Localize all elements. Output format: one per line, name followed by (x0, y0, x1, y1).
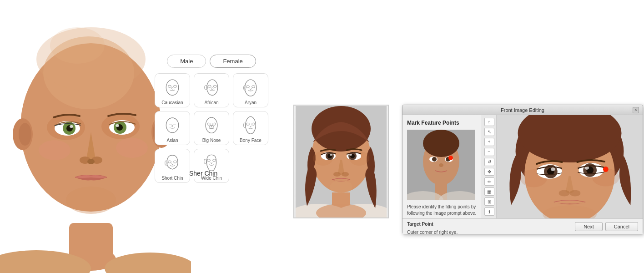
tool-grid[interactable]: ▦ (484, 187, 494, 196)
face-type-african[interactable]: African (194, 73, 229, 107)
mark-feature-title: Mark Feature Points (407, 120, 477, 126)
svg-point-83 (432, 157, 437, 162)
tool-info[interactable]: ℹ (484, 207, 494, 216)
big-nose-face-icon (201, 115, 222, 137)
dialog-title: Front Image Editing (413, 107, 633, 113)
tool-pan[interactable]: ✥ (484, 168, 494, 176)
svg-point-28 (166, 80, 178, 95)
dialog-face-thumbnail (407, 130, 475, 200)
svg-point-38 (247, 86, 250, 88)
caucasian-face-icon (161, 77, 183, 99)
face-selector-panel: Male Female Caucasian Af (155, 55, 268, 183)
dialog-tools-panel: ⌂ ↖ + − ↺ ✥ ✏ ▦ ⊞ ℹ (482, 115, 497, 218)
face-type-big-nose[interactable]: Big Nose (194, 111, 229, 145)
big-nose-label: Big Nose (202, 138, 221, 143)
gender-male-button[interactable]: Male (167, 55, 206, 68)
svg-point-78 (330, 181, 352, 193)
woman-photo-svg (296, 106, 387, 217)
aryan-face-icon (240, 77, 262, 99)
aryan-label: Aryan (245, 100, 257, 105)
svg-point-36 (205, 85, 208, 90)
svg-point-24 (116, 138, 148, 158)
svg-point-75 (349, 154, 352, 156)
svg-point-32 (207, 80, 218, 95)
tool-layers[interactable]: ⊞ (484, 197, 494, 206)
svg-point-37 (245, 80, 257, 96)
svg-point-3 (105, 253, 191, 273)
svg-point-39 (252, 86, 255, 88)
tool-rotate[interactable]: ↺ (484, 158, 494, 166)
asian-face-icon (161, 115, 183, 137)
svg-point-22 (87, 159, 95, 164)
svg-point-30 (174, 85, 177, 87)
next-button[interactable]: Next (575, 222, 603, 231)
svg-point-51 (252, 123, 255, 125)
photo-panel (293, 105, 389, 218)
dialog-close-button[interactable]: × (633, 107, 639, 113)
face-type-wide-chin[interactable]: Wide Chin (194, 149, 229, 183)
short-chin-face-icon (161, 153, 183, 175)
svg-point-86 (448, 156, 453, 160)
face-type-asian[interactable]: Asian (155, 111, 190, 145)
bony-face-icon (240, 115, 262, 137)
tool-pointer[interactable]: ↖ (484, 128, 494, 136)
dialog-left-panel: Mark Feature Points (402, 115, 482, 218)
gender-female-button[interactable]: Female (210, 55, 256, 68)
svg-point-50 (247, 123, 250, 125)
face-type-grid: Caucasian African Ar (155, 73, 268, 183)
photo-inner (294, 106, 388, 217)
short-chin-label: Short Chin (161, 176, 183, 181)
svg-point-23 (39, 140, 70, 160)
gender-row: Male Female (155, 55, 268, 68)
svg-point-100 (551, 167, 555, 171)
svg-point-29 (168, 85, 171, 87)
svg-point-106 (559, 190, 570, 197)
svg-point-58 (204, 159, 206, 164)
dialog-description: Please identify the fitting points by fo… (407, 204, 477, 217)
face-type-short-chin[interactable]: Short Chin (155, 149, 190, 183)
svg-point-76 (333, 172, 341, 177)
sher-chin-label: Sher Chin (189, 170, 217, 177)
svg-point-35 (211, 88, 213, 90)
dialog-edit-svg (497, 115, 643, 218)
svg-point-107 (570, 190, 581, 197)
svg-point-44 (172, 125, 173, 126)
svg-point-54 (174, 161, 177, 163)
svg-point-15 (70, 125, 73, 128)
dialog-body: Mark Feature Points (402, 115, 643, 218)
dialog-thumb-svg (407, 130, 475, 200)
target-point-value: Outer corner of right eye. (407, 230, 458, 235)
face-type-caucasian[interactable]: Caucasian (155, 73, 190, 107)
svg-point-81 (423, 130, 459, 157)
target-point-container: Target Point Outer corner of right eye. (407, 219, 477, 236)
svg-point-105 (603, 167, 609, 172)
svg-point-19 (116, 124, 119, 127)
svg-point-27 (50, 27, 105, 64)
target-point-label: Target Point (407, 222, 433, 227)
tool-zoom-in[interactable]: + (484, 138, 494, 146)
dialog-edit-area[interactable] (497, 115, 643, 218)
svg-point-71 (330, 154, 332, 156)
svg-point-57 (213, 159, 216, 162)
african-label: African (204, 100, 218, 105)
svg-point-53 (168, 161, 171, 163)
svg-point-7 (19, 123, 31, 146)
svg-point-31 (171, 87, 173, 89)
african-face-icon (201, 77, 222, 99)
cancel-button[interactable]: Cancel (605, 222, 638, 231)
svg-point-25 (66, 187, 116, 214)
asian-label: Asian (166, 138, 178, 143)
bony-face-label: Bony Face (240, 138, 262, 143)
caucasian-label: Caucasian (161, 100, 183, 105)
tool-pencil[interactable]: ✏ (484, 177, 494, 186)
svg-point-87 (439, 163, 443, 167)
tool-zoom-out[interactable]: − (484, 148, 494, 156)
face-type-bony-face[interactable]: Bony Face (233, 111, 268, 145)
svg-point-47 (213, 123, 216, 125)
face-type-aryan[interactable]: Aryan (233, 73, 268, 107)
tool-home[interactable]: ⌂ (484, 118, 494, 126)
svg-point-56 (207, 159, 211, 162)
dialog-title-bar: Front Image Editing × (402, 105, 643, 115)
svg-point-34 (213, 85, 216, 87)
front-image-editing-dialog: Front Image Editing × Mark Feature Point… (402, 105, 643, 234)
